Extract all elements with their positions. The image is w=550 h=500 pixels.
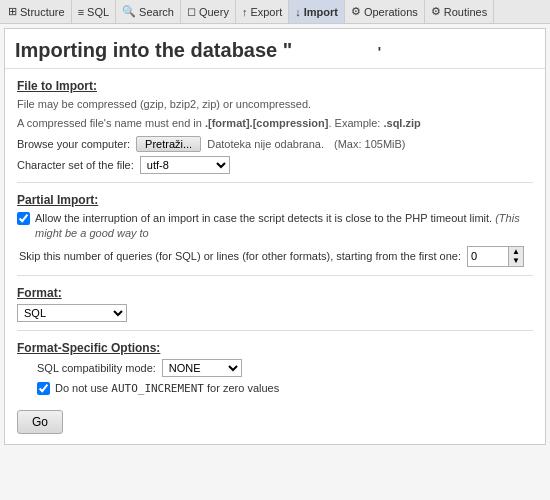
skip-number-input[interactable] <box>468 249 508 263</box>
content-area: File to Import: File may be compressed (… <box>5 69 545 444</box>
go-button[interactable]: Go <box>17 410 63 434</box>
auto-increment-code: AUTO_INCREMENT <box>111 382 204 395</box>
import-icon: ↓ <box>295 6 301 18</box>
nav-search-label: Search <box>139 6 174 18</box>
operations-icon: ⚙ <box>351 5 361 18</box>
export-icon: ↑ <box>242 6 248 18</box>
divider3 <box>17 330 533 331</box>
nav-sql[interactable]: ≡ SQL <box>72 0 116 23</box>
auto-increment-checkbox[interactable] <box>37 382 50 395</box>
format-select[interactable]: SQL CSV XML JSON <box>17 304 127 322</box>
nav-import-label: Import <box>304 6 338 18</box>
max-size-text: (Max: 105MiB) <box>334 138 406 150</box>
spin-up-button[interactable]: ▲ <box>509 247 523 257</box>
nav-export-label: Export <box>250 6 282 18</box>
nav-structure-label: Structure <box>20 6 65 18</box>
query-icon: ◻ <box>187 5 196 18</box>
charset-select[interactable]: utf-8 utf-16 latin1 ascii <box>140 156 230 174</box>
skip-row: Skip this number of queries (for SQL) or… <box>19 246 533 267</box>
skip-number-wrapper: ▲ ▼ <box>467 246 524 267</box>
page-title: Importing into the database " ' <box>5 29 545 69</box>
routines-icon: ⚙ <box>431 5 441 18</box>
nav-operations-label: Operations <box>364 6 418 18</box>
no-file-text: Datoteka nije odabrana. <box>207 138 324 150</box>
spin-buttons: ▲ ▼ <box>508 247 523 266</box>
file-section-heading: File to Import: <box>17 79 533 93</box>
search-icon: 🔍 <box>122 5 136 18</box>
charset-row: Character set of the file: utf-8 utf-16 … <box>17 156 533 174</box>
format-section-heading: Format: <box>17 286 533 300</box>
page-title-suffix: ' <box>378 44 381 60</box>
nav-query-label: Query <box>199 6 229 18</box>
file-desc2: A compressed file's name must end in .[f… <box>17 116 533 131</box>
file-desc1: File may be compressed (gzip, bzip2, zip… <box>17 97 533 112</box>
nav-import[interactable]: ↓ Import <box>289 0 345 23</box>
partial-checkbox-label: Allow the interruption of an import in c… <box>35 211 533 242</box>
compat-row: SQL compatibility mode: NONE ANSI DB2 MA… <box>37 359 533 377</box>
compat-select[interactable]: NONE ANSI DB2 MAXDB MSSQL ORACLE POSTGRE… <box>162 359 242 377</box>
spin-down-button[interactable]: ▼ <box>509 256 523 266</box>
format-row: SQL CSV XML JSON <box>17 304 533 322</box>
skip-label: Skip this number of queries (for SQL) or… <box>19 250 461 262</box>
browse-row: Browse your computer: Pretraži... Datote… <box>17 136 533 152</box>
page-title-text: Importing into the database " <box>15 39 292 61</box>
sql-icon: ≡ <box>78 6 84 18</box>
structure-icon: ⊞ <box>8 5 17 18</box>
nav-routines-label: Routines <box>444 6 487 18</box>
charset-label: Character set of the file: <box>17 159 134 171</box>
browse-button[interactable]: Pretraži... <box>136 136 201 152</box>
browse-label: Browse your computer: <box>17 138 130 150</box>
partial-section-heading: Partial Import: <box>17 193 533 207</box>
nav-routines[interactable]: ⚙ Routines <box>425 0 494 23</box>
main-content: Importing into the database " ' File to … <box>4 28 546 445</box>
nav-query[interactable]: ◻ Query <box>181 0 236 23</box>
nav-structure[interactable]: ⊞ Structure <box>2 0 72 23</box>
nav-export[interactable]: ↑ Export <box>236 0 289 23</box>
nav-sql-label: SQL <box>87 6 109 18</box>
go-button-container: Go <box>17 400 533 434</box>
format-options-heading: Format-Specific Options: <box>17 341 533 355</box>
navbar: ⊞ Structure ≡ SQL 🔍 Search ◻ Query ↑ Exp… <box>0 0 550 24</box>
compat-label: SQL compatibility mode: <box>37 362 156 374</box>
auto-increment-label: Do not use AUTO_INCREMENT for zero value… <box>55 381 279 396</box>
nav-search[interactable]: 🔍 Search <box>116 0 181 23</box>
auto-increment-row: Do not use AUTO_INCREMENT for zero value… <box>37 381 533 396</box>
partial-checkbox[interactable] <box>17 212 30 225</box>
divider1 <box>17 182 533 183</box>
nav-operations[interactable]: ⚙ Operations <box>345 0 425 23</box>
partial-checkbox-text: Allow the interruption of an import in c… <box>35 212 492 224</box>
divider2 <box>17 275 533 276</box>
partial-checkbox-row: Allow the interruption of an import in c… <box>17 211 533 242</box>
